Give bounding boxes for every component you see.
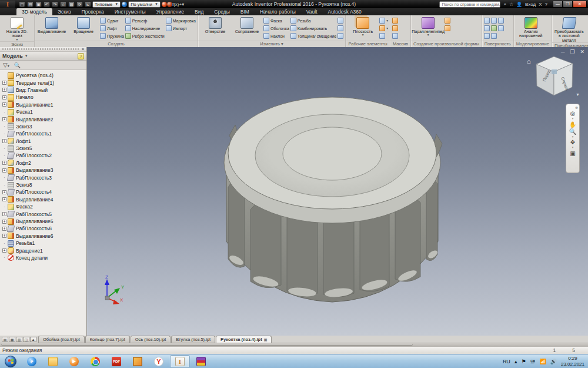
expand-icon[interactable]: + [2,168,7,173]
tree-item-Выдавливание2[interactable]: +Выдавливание2 [2,115,86,122]
search-history-icon[interactable]: ⌕ [503,1,506,7]
big-button-Плоскость[interactable]: Плоскость▾ [348,16,378,37]
small-button-Фаска[interactable]: Фаска [263,17,289,24]
small-button-trim-icon[interactable] [484,32,490,39]
doc-tab-Ось (поз.10).ipt[interactable]: Ось (поз.10).ipt [131,336,171,343]
render-icon[interactable]: ▩ [68,1,75,7]
small-button-sculpt-icon[interactable] [491,25,497,32]
small-button-Резьба[interactable]: Резьба [290,17,336,24]
customize-qat-icon[interactable]: ▾ [182,2,184,7]
expand-icon[interactable]: + [2,234,7,238]
small-button-Сдвиг[interactable]: Сдвиг [100,17,124,24]
group-label-Изменить[interactable]: Изменить ▾ [198,41,345,47]
language-indicator[interactable]: RU [503,359,510,364]
big-button-Преобразовать в листовой металл[interactable]: Преобразовать в листовой металл [554,16,584,42]
home-view-icon[interactable]: ⌂ [527,58,531,65]
small-button-Наклон[interactable]: Наклон [263,32,289,39]
small-button-stitch-icon[interactable] [484,17,490,24]
small-button-split-icon[interactable] [338,17,343,24]
parameters-fx-icon[interactable]: f(x) [172,2,179,7]
search-tree-icon[interactable]: 🔍 [14,62,21,68]
small-button-ruled-surface-icon[interactable] [498,17,504,24]
tile-windows-icon[interactable]: ▦ [9,337,15,342]
volume-icon[interactable]: 🔊 [550,359,557,364]
expand-dock-icon[interactable]: ▲ [30,337,36,342]
tree-item-Выдавливание1[interactable]: +Выдавливание1 [2,101,86,108]
doc-tab-Обойма (поз.9).ipt[interactable]: Обойма (поз.9).ipt [38,336,85,343]
group-label-Рабочие элементы[interactable]: Рабочие элементы [346,41,390,47]
close-button[interactable]: ✕ [573,1,587,8]
sign-in-link[interactable]: Вход [525,2,536,7]
tab-Среды[interactable]: Среды [209,8,235,15]
big-button-Начать 2D-эскиз[interactable]: Начать 2D-эскиз▾ [2,16,32,41]
tree-item-Рукоятка (поз.4)[interactable]: Рукоятка (поз.4) [2,72,86,79]
appearance-ball-icon[interactable] [122,2,127,7]
tree-item-РабПлоскость4[interactable]: +РабПлоскость4 [2,188,86,195]
tree-item-Выдавливание6[interactable]: +Выдавливание6 [2,233,86,240]
save-icon[interactable]: ▣ [35,1,42,7]
expand-icon[interactable]: + [2,248,7,253]
big-button-Сопряжение[interactable]: Сопряжение [232,16,262,34]
tree-item-Выдавливание3[interactable]: +Выдавливание3 [2,167,86,174]
taskbar-app-pdf-reader[interactable]: PDF [106,355,126,368]
tree-item-Эскиз3[interactable]: ·Эскиз3 [2,123,86,130]
taskbar-app-start[interactable] [1,355,21,368]
small-button-patch-icon[interactable] [484,25,490,32]
navbar-close-icon[interactable]: ⊗ [575,105,578,110]
favorites-star-icon[interactable]: ☆ [509,2,513,7]
small-button-ucs-icon[interactable] [379,32,388,39]
update-icon[interactable]: ⟳ [76,1,83,7]
close-browser-icon[interactable]: ✕ [81,47,86,52]
tree-item-Твердые тела(1)[interactable]: +Твердые тела(1) [2,79,86,86]
inventor-logo[interactable]: I [0,1,15,8]
small-button-Импорт[interactable]: Импорт [166,25,196,32]
pan-icon[interactable]: ✋ [569,121,576,128]
graphics-viewport[interactable]: ─ ❐ ✕ [87,47,588,336]
small-button-Маркировка[interactable]: Маркировка [166,17,196,24]
chevron-down-icon[interactable]: ▾ [572,117,574,121]
hidden-icons-arrow[interactable]: ▴ [514,359,517,364]
doc-tab-Втулка (поз.5).ipt[interactable]: Втулка (поз.5).ipt [171,336,215,343]
chevron-down-icon[interactable]: ▾ [572,135,574,139]
split-windows-icon[interactable]: ◫ [23,337,29,342]
chevron-down-icon[interactable]: ▾ [572,146,574,150]
small-button-delete-face-icon[interactable] [338,25,343,32]
taskbar-app-inventor[interactable]: I [170,355,190,368]
material-dropdown[interactable]: Типовые▼ [92,1,121,8]
taskbar-app-winrar[interactable] [191,355,211,368]
browser-header[interactable]: Модель ▼ ? [0,52,86,61]
tree-item-Начало[interactable]: +Начало [2,94,86,101]
expand-icon[interactable]: + [2,161,7,165]
taskbar-app-file-explorer[interactable] [43,355,63,368]
small-button-work-point-icon[interactable]: ▾ [379,25,388,32]
small-button-mirror-icon[interactable] [392,32,398,39]
navigation-wheel-icon[interactable]: ◎ [570,110,576,117]
small-button-extend-icon[interactable] [491,17,497,24]
expand-icon[interactable]: + [2,212,7,216]
tree-item-РабПлоскость1[interactable]: ·РабПлоскость1 [2,130,86,137]
tab-Проверка[interactable]: Проверка [76,8,109,15]
help-search-input[interactable]: Поиск по справке и командам. [439,1,500,8]
stack-windows-icon[interactable]: ▥ [16,337,22,342]
small-button-replace-face-icon[interactable] [491,32,497,39]
group-label-Создание произвольной формы[interactable]: Создание произвольной формы [411,41,482,47]
view-cube[interactable]: ⌂ Перед Справа ▼ [530,53,577,99]
adjust-icon[interactable] [162,2,167,7]
group-label-Поверхность[interactable]: Поверхность [482,41,513,47]
tab-Вид[interactable]: Вид [189,8,209,15]
tree-item-РабПлоскость6[interactable]: +РабПлоскость6 [2,225,86,232]
user-icon[interactable]: 👤 [516,2,522,7]
clear-icon[interactable] [167,2,172,7]
small-button-Пружина[interactable]: Пружина [100,32,124,39]
orbit-icon[interactable]: ✥ [570,139,575,145]
tree-item-Фаска2[interactable]: ·Фаска2 [2,203,86,210]
tab-Autodesk A360[interactable]: Autodesk A360 [323,8,367,15]
expand-icon[interactable]: + [2,102,7,107]
taskbar-app-internet-explorer[interactable]: e [22,355,42,368]
small-button-Рельеф[interactable]: Рельеф [125,17,165,24]
small-button-freeform-convert-icon[interactable] [445,25,450,32]
tab-Начало работы[interactable]: Начало работы [255,8,301,15]
tab-Управление[interactable]: Управление [151,8,189,15]
cascade-windows-icon[interactable]: ▤ [2,337,8,342]
measure-icon[interactable]: ⊾ [85,1,91,7]
